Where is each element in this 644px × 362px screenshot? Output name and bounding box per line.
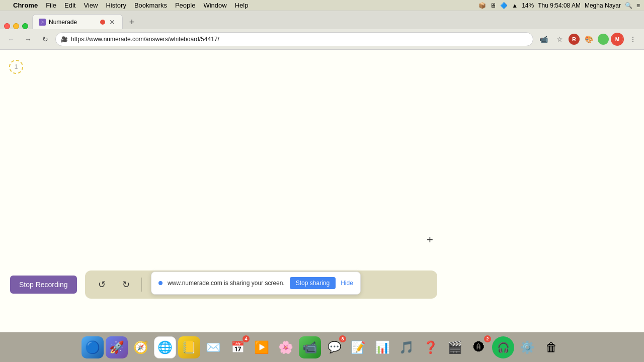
minimize-window-dot[interactable]	[13, 23, 19, 29]
green-extension-icon[interactable]	[598, 34, 609, 45]
address-bar[interactable]: 🎥 https://www.numerade.com/answers/white…	[55, 32, 533, 46]
battery-text: 14%	[522, 2, 534, 9]
dock-calendar[interactable]: 📅 4	[226, 336, 249, 358]
undo-button[interactable]: ↺	[93, 276, 111, 294]
reload-button[interactable]: ↻	[38, 32, 52, 46]
menubar-bookmarks[interactable]: Bookmarks	[130, 2, 171, 9]
redo-button[interactable]: ↻	[117, 276, 135, 294]
bookmark-star-icon[interactable]: ☆	[552, 32, 567, 46]
dock-mail[interactable]: ✉️	[202, 336, 224, 358]
dock-finder[interactable]: 🔵	[82, 336, 104, 358]
tab-bar: ▷ Numerade ✕ +	[0, 11, 644, 29]
dock-numbers[interactable]: 📊	[371, 336, 393, 358]
toolbar-separator-1	[141, 278, 142, 292]
bluetooth-icon[interactable]: 🔷	[500, 2, 508, 9]
video-icon[interactable]: 📹	[536, 32, 550, 46]
window-controls	[4, 23, 28, 29]
sharing-text: www.numerade.com is sharing your screen.	[168, 280, 285, 287]
dock-spotify[interactable]: 🎧	[492, 336, 514, 358]
page-indicator: 1	[9, 60, 23, 74]
menubar-chrome[interactable]: Chrome	[9, 2, 42, 9]
menubar-history[interactable]: History	[102, 2, 130, 9]
dock-quicktime[interactable]: 🎬	[444, 336, 466, 358]
whiteboard-canvas[interactable]: 1 + Stop Recording ↺ ↻ ✏ + ⬜ ↗ 🖼	[0, 50, 644, 332]
sharing-indicator-dot	[158, 281, 163, 285]
hide-sharing-button[interactable]: Hide	[341, 280, 353, 287]
dock-photos[interactable]: 🌸	[275, 336, 297, 358]
menu-button[interactable]: ⋮	[626, 32, 640, 46]
new-tab-button[interactable]: +	[125, 15, 139, 29]
menubar-people[interactable]: People	[171, 2, 199, 9]
profile-ring[interactable]: M	[611, 33, 624, 46]
browser-chrome: ▷ Numerade ✕ + ← → ↻ 🎥 https://www.numer…	[0, 11, 644, 50]
dock-safari[interactable]: 🧭	[130, 336, 152, 358]
menubar-view[interactable]: View	[79, 2, 102, 9]
forward-button[interactable]: →	[21, 32, 35, 46]
profile-avatar[interactable]: M	[612, 33, 623, 45]
cursor-plus: +	[427, 233, 433, 246]
dock-chrome[interactable]: 🌐	[154, 336, 176, 358]
screen-sharing-banner: www.numerade.com is sharing your screen.…	[151, 272, 361, 295]
display-icon[interactable]: 🖥	[490, 2, 496, 9]
dock-rocket[interactable]: 🚀	[106, 336, 128, 358]
messages-badge: 8	[339, 335, 346, 342]
menubar-right: 📦 🖥 🔷 ▲ 14% Thu 9:54:08 AM Megha Nayar 🔍…	[478, 2, 640, 9]
user-name[interactable]: Megha Nayar	[585, 2, 621, 9]
menubar: Chrome File Edit View History Bookmarks …	[0, 0, 644, 11]
dock-slideshow[interactable]: ▶️	[251, 336, 273, 358]
menubar-file[interactable]: File	[42, 2, 60, 9]
dock-facetime[interactable]: 📹	[299, 336, 321, 358]
tab-recording-dot	[100, 20, 105, 25]
menubar-window[interactable]: Window	[199, 2, 230, 9]
r-extension-icon[interactable]: R	[569, 34, 580, 45]
favicon-icon: ▷	[41, 20, 44, 24]
tab-title: Numerade	[49, 19, 97, 26]
appstore-badge: 2	[484, 335, 491, 342]
stop-recording-button[interactable]: Stop Recording	[10, 276, 77, 294]
menubar-help[interactable]: Help	[231, 2, 253, 9]
nav-bar: ← → ↻ 🎥 https://www.numerade.com/answers…	[0, 29, 644, 49]
stop-sharing-button[interactable]: Stop sharing	[290, 277, 336, 289]
nav-right-icons: 📹 ☆ R 🎨 M ⋮	[536, 32, 640, 46]
dock: 🔵 🚀 🧭 🌐 📒 ✉️ 📅 4 ▶️ 🌸 📹 💬 8 📝 📊 🎵 ❓ 🎬 🅐 …	[0, 332, 644, 362]
dock-trash[interactable]: 🗑	[540, 336, 562, 358]
dock-appstore[interactable]: 🅐 2	[468, 336, 490, 358]
main-content: 1 + Stop Recording ↺ ↻ ✏ + ⬜ ↗ 🖼	[0, 50, 644, 332]
dock-help[interactable]: ❓	[420, 336, 442, 358]
dock-notefile[interactable]: 📝	[347, 336, 369, 358]
dropbox-icon[interactable]: 📦	[478, 2, 486, 9]
search-icon[interactable]: 🔍	[625, 2, 632, 9]
menubar-edit[interactable]: Edit	[60, 2, 79, 9]
colorful-icon[interactable]: 🎨	[582, 32, 596, 46]
dock-messages[interactable]: 💬 8	[323, 336, 345, 358]
tab-favicon: ▷	[39, 19, 46, 26]
close-window-dot[interactable]	[4, 23, 10, 29]
active-tab[interactable]: ▷ Numerade ✕	[32, 14, 123, 29]
dock-settings[interactable]: ⚙️	[516, 336, 538, 358]
tab-close-button[interactable]: ✕	[108, 18, 116, 26]
url-text[interactable]: https://www.numerade.com/answers/whitebo…	[71, 36, 528, 43]
wifi-icon[interactable]: ▲	[512, 2, 518, 9]
dock-music[interactable]: 🎵	[395, 336, 418, 358]
calendar-badge: 4	[243, 335, 250, 342]
page-number: 1	[15, 63, 18, 70]
control-icon[interactable]: ≡	[636, 2, 640, 9]
lock-icon: 🎥	[61, 36, 68, 43]
back-button[interactable]: ←	[4, 32, 18, 46]
maximize-window-dot[interactable]	[22, 23, 28, 29]
time-display: Thu 9:54:08 AM	[538, 2, 581, 9]
dock-notes-sticky[interactable]: 📒	[178, 336, 200, 358]
